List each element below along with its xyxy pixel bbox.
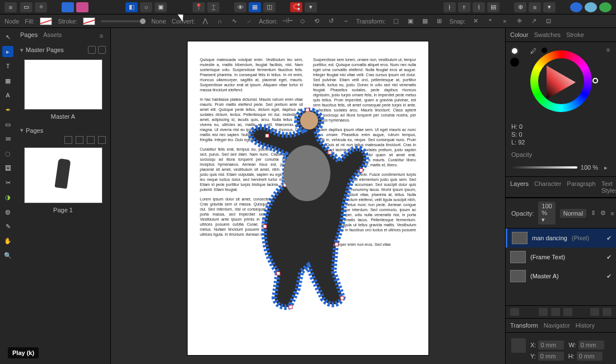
- master-pages-section[interactable]: Master Pages: [16, 44, 110, 56]
- snapping-menu-icon[interactable]: ▾: [305, 2, 317, 12]
- fields-icon[interactable]: ▾: [543, 2, 556, 12]
- picture-frame-tool-icon[interactable]: ✉: [2, 133, 13, 144]
- arrange-icon[interactable]: ▤: [487, 2, 500, 12]
- pick-fill-icon[interactable]: [510, 46, 519, 55]
- doc-new-icon[interactable]: ✧: [35, 2, 47, 12]
- snap-5-icon[interactable]: ↗: [529, 17, 538, 26]
- transparency-tool-icon[interactable]: ◍: [2, 206, 13, 217]
- convert-line-icon[interactable]: ⟋: [244, 17, 253, 26]
- properties-icon[interactable]: ≡: [529, 2, 541, 12]
- tab-colour[interactable]: Colour: [510, 31, 528, 38]
- layer-row[interactable]: (Frame Text) ✔: [506, 248, 616, 267]
- layer-visibility-checkbox[interactable]: ✔: [606, 235, 612, 242]
- shape-tool-icon[interactable]: ▭: [2, 119, 13, 130]
- table-tool-icon[interactable]: ▦: [2, 75, 13, 86]
- action-reverse-icon[interactable]: ↺: [327, 17, 336, 26]
- document-page[interactable]: Quisque malesuada volutpat enim. Vestibu…: [188, 41, 428, 355]
- canvas[interactable]: Quisque malesuada volutpat enim. Vestibu…: [111, 28, 505, 364]
- tab-navigator[interactable]: Navigator: [544, 322, 570, 329]
- pin-icon[interactable]: 📍: [193, 2, 205, 12]
- blend-stepper-icon[interactable]: ⇕: [591, 209, 596, 218]
- snap-4-icon[interactable]: ⁜: [515, 17, 524, 26]
- tab-transform[interactable]: Transform: [510, 322, 538, 329]
- transform-x-field[interactable]: 0 mm: [538, 340, 564, 349]
- delete-layer-icon[interactable]: [603, 308, 612, 316]
- place-tool-icon[interactable]: 🖼: [2, 162, 13, 174]
- colour-menu-icon[interactable]: ≡: [604, 45, 613, 54]
- transform-mode1-icon[interactable]: ▢: [391, 17, 400, 26]
- layer-cog-icon[interactable]: ⚙: [600, 209, 606, 218]
- tab-stroke[interactable]: Stroke: [566, 31, 584, 38]
- layer-row[interactable]: man dancing (Pixel)✔: [506, 228, 616, 248]
- persona-switcher[interactable]: [62, 2, 88, 12]
- layer-visibility-checkbox[interactable]: ✔: [606, 273, 612, 280]
- convert-smooth-icon[interactable]: ∩: [215, 17, 224, 26]
- crop-tool-icon[interactable]: ✂: [2, 177, 13, 188]
- align-left-icon[interactable]: ⸠: [444, 2, 456, 12]
- action-join-icon[interactable]: ⟲: [312, 17, 321, 26]
- action-close-icon[interactable]: ◇: [298, 17, 307, 26]
- tab-character[interactable]: Character: [534, 180, 561, 194]
- tab-paragraph[interactable]: Paragraph: [567, 180, 595, 194]
- action-break-icon[interactable]: ⊣⊢: [283, 17, 292, 26]
- master-delete-icon[interactable]: [98, 46, 106, 54]
- split-view-icon[interactable]: ◫: [263, 2, 276, 12]
- app-menu-icon[interactable]: ≡: [4, 2, 17, 12]
- transform-w-field[interactable]: 0 mm: [578, 340, 604, 349]
- tab-layers[interactable]: Layers: [510, 180, 529, 194]
- master-add-icon[interactable]: [88, 46, 96, 54]
- transform-h-field[interactable]: 0 mm: [577, 352, 603, 361]
- anchor-gizmo[interactable]: [511, 338, 526, 353]
- tab-assets[interactable]: Assets: [43, 31, 62, 40]
- stroke-width-slider[interactable]: [101, 20, 146, 22]
- master-thumbnail[interactable]: [24, 59, 102, 110]
- page-spread-icon[interactable]: [64, 136, 72, 144]
- asset-tool-icon[interactable]: ◌: [2, 148, 13, 159]
- frame-text-tool-icon[interactable]: A: [2, 90, 13, 101]
- blend-mode-dropdown[interactable]: Normal: [560, 209, 586, 218]
- snap-2-icon[interactable]: ＊: [486, 17, 494, 26]
- layer-row[interactable]: (Master A) ✔: [506, 267, 616, 286]
- align-right-icon[interactable]: ⸡: [473, 2, 485, 12]
- layer-menu-icon[interactable]: ≡: [610, 209, 614, 218]
- clip-canvas-icon[interactable]: ▦: [249, 2, 261, 12]
- publisher-persona-icon[interactable]: [62, 2, 74, 12]
- tab-history[interactable]: History: [576, 322, 595, 329]
- tab-pages[interactable]: Pages: [20, 31, 38, 40]
- fx-icon[interactable]: [551, 308, 560, 316]
- action-smooth-icon[interactable]: ~: [342, 17, 351, 26]
- tab-textstyles[interactable]: Text Styles: [601, 180, 616, 194]
- pen-tool-icon[interactable]: ✒: [2, 104, 13, 115]
- snapping-toggle-icon[interactable]: 🧲: [290, 2, 302, 12]
- doc-icon[interactable]: ▭: [20, 2, 32, 12]
- store-icon[interactable]: [585, 2, 597, 12]
- move-tool-icon[interactable]: ↖: [2, 31, 13, 43]
- layer-visibility-checkbox[interactable]: ✔: [606, 254, 612, 261]
- snap-1-icon[interactable]: ✕: [471, 17, 480, 26]
- page-add-icon[interactable]: [87, 136, 95, 144]
- transform-mode4-icon[interactable]: ⊞: [435, 17, 444, 26]
- insert-icon[interactable]: ⊕: [514, 2, 526, 12]
- colour-none-icon[interactable]: [542, 48, 547, 53]
- transform-mode3-icon[interactable]: ▦: [421, 17, 430, 26]
- fill-swatch[interactable]: [40, 17, 52, 25]
- textwrap-around-icon[interactable]: ○: [140, 2, 152, 12]
- stroke-swatch[interactable]: [83, 17, 95, 25]
- transform-mode2-icon[interactable]: ▣: [406, 17, 415, 26]
- snap-6-icon[interactable]: ⊡: [544, 17, 553, 26]
- fill-tool-icon[interactable]: ◑: [2, 192, 13, 203]
- textwrap-none-icon[interactable]: ◧: [125, 2, 138, 12]
- tab-swatches[interactable]: Swatches: [534, 31, 561, 38]
- snap-3-icon[interactable]: ×: [500, 17, 509, 26]
- align-center-icon[interactable]: ⫯: [458, 2, 470, 12]
- maskrange-icon[interactable]: [510, 308, 519, 316]
- baseline-icon[interactable]: ⌶: [207, 2, 220, 12]
- layer-opacity-dropdown[interactable]: 100 % ▾: [538, 202, 555, 225]
- account-icon[interactable]: [570, 2, 582, 12]
- opacity-slider[interactable]: [511, 166, 577, 169]
- artistic-text-tool-icon[interactable]: T: [2, 60, 13, 72]
- page-thumbnail[interactable]: [24, 147, 102, 203]
- eyedropper-tool-icon[interactable]: ✎: [2, 221, 13, 232]
- textwrap-inside-icon[interactable]: ▣: [155, 2, 167, 12]
- pages-section[interactable]: Pages: [16, 124, 110, 136]
